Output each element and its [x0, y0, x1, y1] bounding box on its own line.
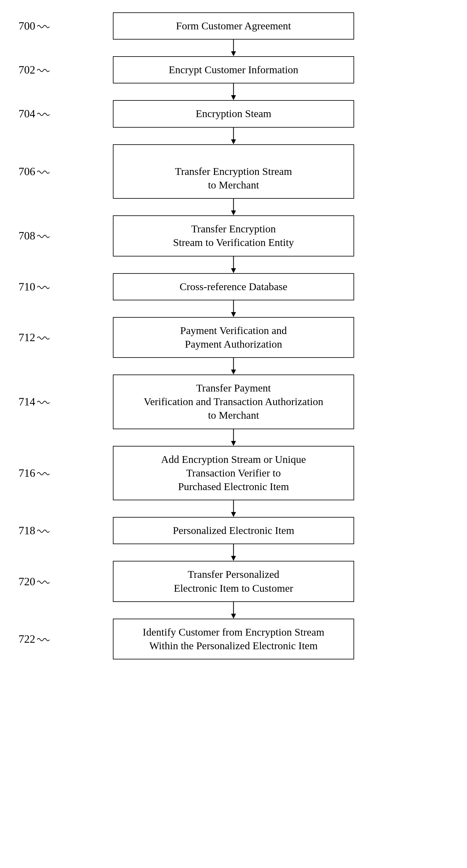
arrow-720-722 — [0, 602, 467, 619]
svg-marker-7 — [231, 211, 236, 215]
arrow-icon — [229, 300, 238, 317]
svg-marker-9 — [231, 268, 236, 273]
arrow-icon — [229, 128, 238, 144]
squiggle-icon-708 — [37, 233, 50, 240]
arrow-714-716 — [0, 429, 467, 446]
box-text-718: Personalized Electronic Item — [173, 525, 294, 536]
arrow-716-718 — [0, 500, 467, 517]
box-718: Personalized Electronic Item — [113, 517, 354, 544]
arrow-704-706 — [0, 128, 467, 144]
step-label-702: 702 — [19, 63, 50, 76]
step-row-710: 710 Cross-reference Database — [0, 273, 467, 300]
step-number-702: 702 — [19, 63, 35, 76]
step-row-718: 718 Personalized Electronic Item — [0, 517, 467, 544]
squiggle-icon-720 — [37, 579, 50, 586]
box-text-716: Add Encryption Stream or UniqueTransacti… — [161, 454, 306, 492]
step-number-710: 710 — [19, 280, 35, 293]
squiggle-icon-710 — [37, 284, 50, 291]
flowchart: 700 Form Customer Agreement 702 Encrypt … — [0, 0, 467, 672]
arrow-706-708 — [0, 199, 467, 215]
svg-marker-3 — [231, 95, 236, 100]
arrow-icon — [229, 500, 238, 517]
step-label-700: 700 — [19, 20, 50, 32]
step-row-704: 704 Encryption Steam — [0, 100, 467, 127]
svg-marker-11 — [231, 312, 236, 317]
box-710: Cross-reference Database — [113, 273, 354, 300]
box-text-702: Encrypt Customer Information — [169, 64, 298, 75]
box-702: Encrypt Customer Information — [113, 56, 354, 84]
squiggle-icon-702 — [37, 67, 50, 74]
arrow-718-720 — [0, 544, 467, 561]
box-text-706: Transfer Encryption Streamto Merchant — [175, 166, 292, 191]
step-number-706: 706 — [19, 165, 35, 178]
svg-marker-15 — [231, 441, 236, 446]
squiggle-icon-714 — [37, 399, 50, 406]
step-row-700: 700 Form Customer Agreement — [0, 12, 467, 39]
step-row-706: 706 Transfer Encryption Streamto Merchan… — [0, 144, 467, 199]
arrow-702-704 — [0, 84, 467, 100]
box-706: Transfer Encryption Streamto Merchant — [113, 144, 354, 199]
squiggle-icon-718 — [37, 527, 50, 535]
box-704: Encryption Steam — [113, 100, 354, 127]
svg-marker-21 — [231, 614, 236, 619]
squiggle-icon-712 — [37, 334, 50, 342]
arrow-700-702 — [0, 39, 467, 56]
squiggle-icon-722 — [37, 636, 50, 643]
step-row-720: 720 Transfer PersonalizedElectronic Item… — [0, 561, 467, 602]
squiggle-icon-706 — [37, 168, 50, 176]
step-number-700: 700 — [19, 20, 35, 32]
box-text-712: Payment Verification andPayment Authoriz… — [180, 325, 287, 350]
step-row-712: 712 Payment Verification andPayment Auth… — [0, 317, 467, 358]
step-row-702: 702 Encrypt Customer Information — [0, 56, 467, 84]
step-label-706: 706 — [19, 165, 50, 178]
arrow-icon — [229, 358, 238, 374]
squiggle-icon-716 — [37, 470, 50, 477]
step-label-704: 704 — [19, 107, 50, 120]
svg-marker-1 — [231, 51, 236, 56]
svg-marker-19 — [231, 556, 236, 561]
box-722: Identify Customer from Encryption Stream… — [113, 619, 354, 659]
box-text-704: Encryption Steam — [196, 108, 271, 119]
box-708: Transfer EncryptionStream to Verificatio… — [113, 215, 354, 256]
box-700: Form Customer Agreement — [113, 12, 354, 39]
box-text-700: Form Customer Agreement — [176, 20, 291, 32]
arrow-icon — [229, 256, 238, 273]
step-label-720: 720 — [19, 575, 50, 588]
box-714: Transfer PaymentVerification and Transac… — [113, 374, 354, 429]
arrow-icon — [229, 199, 238, 215]
step-label-722: 722 — [19, 632, 50, 646]
svg-marker-5 — [231, 140, 236, 144]
step-number-708: 708 — [19, 229, 35, 242]
step-row-716: 716 Add Encryption Stream or UniqueTrans… — [0, 446, 467, 501]
svg-marker-13 — [231, 370, 236, 374]
step-number-720: 720 — [19, 575, 35, 588]
box-text-720: Transfer PersonalizedElectronic Item to … — [174, 568, 293, 594]
step-label-716: 716 — [19, 467, 50, 479]
step-label-710: 710 — [19, 280, 50, 293]
squiggle-icon-700 — [37, 23, 50, 30]
box-716: Add Encryption Stream or UniqueTransacti… — [113, 446, 354, 501]
step-label-718: 718 — [19, 524, 50, 537]
arrow-710-712 — [0, 300, 467, 317]
box-text-714: Transfer PaymentVerification and Transac… — [144, 382, 323, 421]
step-number-714: 714 — [19, 395, 35, 408]
arrow-icon — [229, 544, 238, 561]
arrow-icon — [229, 602, 238, 619]
step-row-722: 722 Identify Customer from Encryption St… — [0, 619, 467, 659]
arrow-icon — [229, 84, 238, 100]
box-text-722: Identify Customer from Encryption Stream… — [143, 626, 324, 651]
step-number-716: 716 — [19, 467, 35, 479]
box-712: Payment Verification andPayment Authoriz… — [113, 317, 354, 358]
arrow-708-710 — [0, 256, 467, 273]
arrow-icon — [229, 39, 238, 56]
box-text-710: Cross-reference Database — [180, 281, 287, 292]
step-number-712: 712 — [19, 331, 35, 344]
svg-marker-17 — [231, 512, 236, 517]
squiggle-icon-704 — [37, 111, 50, 118]
step-number-722: 722 — [19, 632, 35, 646]
step-label-714: 714 — [19, 395, 50, 408]
step-row-714: 714 Transfer PaymentVerification and Tra… — [0, 374, 467, 429]
step-label-708: 708 — [19, 229, 50, 242]
box-text-708: Transfer EncryptionStream to Verificatio… — [173, 223, 294, 248]
step-number-704: 704 — [19, 107, 35, 120]
